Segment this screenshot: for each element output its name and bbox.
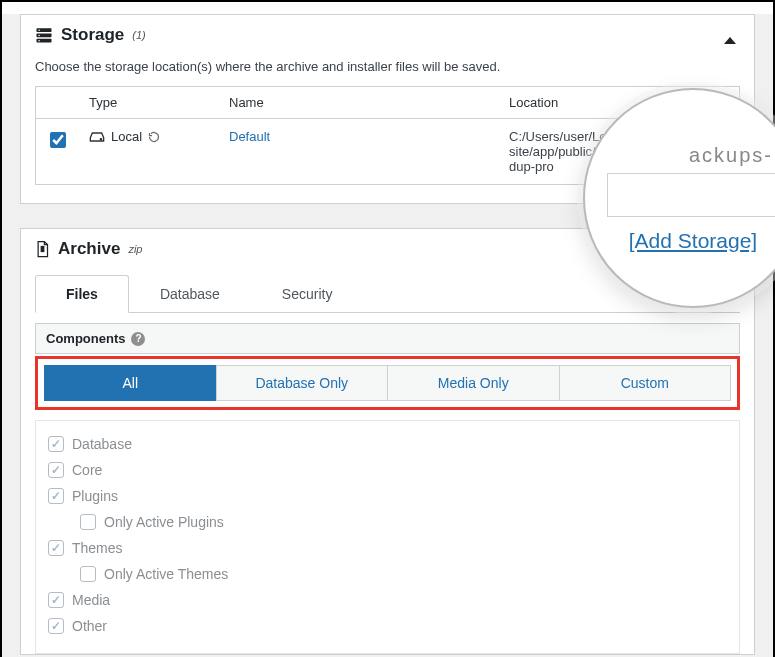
lens-faded-text: ackups- (607, 144, 775, 167)
segment-all[interactable]: All (44, 365, 216, 401)
storage-count: (1) (132, 29, 145, 41)
hdd-icon (89, 131, 105, 143)
component-label: Other (72, 618, 107, 634)
component-label: Only Active Themes (104, 566, 228, 582)
checkbox-only-active-plugins (80, 514, 96, 530)
checkbox-core (48, 462, 64, 478)
archive-ext: zip (128, 243, 142, 255)
tab-database[interactable]: Database (129, 275, 251, 313)
checkbox-only-active-themes (80, 566, 96, 582)
checkbox-other (48, 618, 64, 634)
component-label: Themes (72, 540, 123, 556)
components-segments-highlight: All Database Only Media Only Custom (35, 356, 740, 410)
components-list: Database Core Plugins Only Active Plugin… (35, 420, 740, 654)
segment-media-only[interactable]: Media Only (387, 365, 559, 401)
component-label: Core (72, 462, 102, 478)
archive-title: Archive (58, 239, 120, 259)
svg-point-5 (38, 40, 40, 42)
help-icon[interactable]: ? (131, 332, 145, 346)
segment-database-only[interactable]: Database Only (216, 365, 388, 401)
list-item: Only Active Plugins (48, 509, 727, 535)
component-label: Media (72, 592, 110, 608)
components-label: Components (46, 331, 125, 346)
archive-file-icon (35, 240, 50, 258)
storage-panel-header[interactable]: Storage (1) (21, 15, 754, 55)
col-type: Type (79, 87, 219, 119)
svg-rect-7 (41, 247, 44, 249)
list-item: Themes (48, 535, 727, 561)
svg-point-4 (38, 35, 40, 37)
collapse-caret-icon[interactable] (724, 37, 736, 44)
list-item: Other (48, 613, 727, 639)
checkbox-themes (48, 540, 64, 556)
storage-icon (35, 26, 53, 44)
components-subheader: Components ? (35, 323, 740, 354)
col-check (36, 87, 80, 119)
tab-security[interactable]: Security (251, 275, 364, 313)
list-item: Database (48, 431, 727, 457)
svg-rect-8 (41, 250, 44, 252)
components-segments: All Database Only Media Only Custom (44, 365, 731, 401)
add-storage-link[interactable]: [Add Storage] (607, 229, 775, 253)
storage-title: Storage (61, 25, 124, 45)
storage-row-checkbox[interactable] (50, 132, 66, 148)
svg-point-3 (38, 29, 40, 31)
refresh-icon[interactable] (148, 131, 160, 143)
list-item: Core (48, 457, 727, 483)
storage-type-label: Local (111, 129, 142, 144)
list-item: Plugins (48, 483, 727, 509)
tab-files[interactable]: Files (35, 275, 129, 313)
segment-custom[interactable]: Custom (559, 365, 732, 401)
storage-name-link[interactable]: Default (229, 129, 270, 144)
list-item: Media (48, 587, 727, 613)
component-label: Plugins (72, 488, 118, 504)
component-label: Database (72, 436, 132, 452)
list-item: Only Active Themes (48, 561, 727, 587)
checkbox-plugins (48, 488, 64, 504)
checkbox-media (48, 592, 64, 608)
checkbox-database (48, 436, 64, 452)
component-label: Only Active Plugins (104, 514, 224, 530)
storage-description: Choose the storage location(s) where the… (35, 59, 740, 74)
svg-point-6 (100, 138, 101, 139)
lens-table-edge (607, 173, 775, 217)
col-name: Name (219, 87, 499, 119)
